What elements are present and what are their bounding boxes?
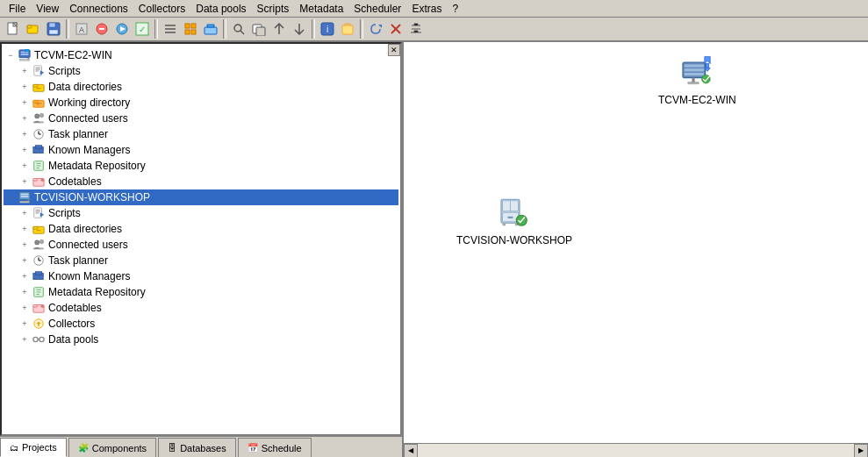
- scroll-track[interactable]: [418, 444, 854, 458]
- expand-tcvm-workdir[interactable]: +: [18, 96, 32, 110]
- toolbar-btn-12[interactable]: [249, 19, 269, 39]
- tree-node-ws-datapools[interactable]: + Data pools: [4, 332, 398, 347]
- expand-tcvm-datadirs[interactable]: +: [18, 80, 32, 94]
- codetables-icon-1: [32, 175, 46, 189]
- expand-tcvm-codetables[interactable]: +: [18, 175, 32, 189]
- tree-node-ws-metadata[interactable]: + Metadata Repository: [4, 284, 398, 300]
- svg-rect-99: [685, 64, 704, 67]
- menu-extras[interactable]: Extras: [406, 2, 447, 16]
- toolbar-btn-15[interactable]: i: [318, 19, 337, 39]
- svg-text:✓: ✓: [139, 25, 146, 34]
- tcvm-metadata-label: Metadata Repository: [48, 160, 146, 172]
- ws-scripts-label: Scripts: [48, 207, 81, 219]
- server-workshop-icon-container[interactable]: TCVISION-WORKSHOP: [456, 196, 572, 246]
- toolbar-save[interactable]: [44, 19, 63, 39]
- tree-node-tcvm-datadirs[interactable]: + Data directories: [4, 79, 398, 95]
- menu-datapools[interactable]: Data pools: [190, 2, 251, 16]
- expand-ws-datadirs[interactable]: +: [18, 222, 32, 236]
- tcvm-taskplanner-label: Task planner: [48, 128, 108, 140]
- tree-node-tcvm-taskplanner[interactable]: + Task planner: [4, 126, 398, 142]
- toolbar-btn-5[interactable]: [92, 19, 111, 39]
- menu-collectors[interactable]: Collectors: [133, 2, 190, 16]
- tree-node-tcvm-metadata[interactable]: + Metadata Repository: [4, 158, 398, 174]
- expand-ws-knownmgr[interactable]: +: [18, 269, 32, 283]
- toolbar-btn-8[interactable]: [161, 19, 180, 39]
- tree-view[interactable]: − TCVM-EC2-WIN: [0, 42, 402, 436]
- toolbar-settings[interactable]: [406, 19, 426, 39]
- expand-tcvm-metadata[interactable]: +: [18, 159, 32, 173]
- svg-line-23: [240, 31, 244, 34]
- toolbar-new[interactable]: [4, 19, 23, 39]
- users-icon-1: [32, 111, 46, 125]
- expand-workshop[interactable]: −: [4, 190, 18, 204]
- expand-tcvm-connusers[interactable]: +: [18, 111, 32, 125]
- tree-node-workshop[interactable]: − TCVISION-WORKSHOP: [4, 189, 398, 205]
- toolbar-btn-11[interactable]: [229, 19, 248, 39]
- ws-taskplanner-label: Task planner: [48, 254, 108, 267]
- toolbar: A ✓ i: [0, 18, 868, 42]
- tree-node-ws-codetables[interactable]: + Codetables: [4, 300, 398, 316]
- svg-text:A: A: [79, 25, 84, 34]
- svg-rect-7: [49, 30, 58, 34]
- expand-ws-codetables[interactable]: +: [18, 301, 32, 315]
- expand-tcvm-knownmgr[interactable]: +: [18, 143, 32, 157]
- svg-rect-105: [707, 64, 709, 68]
- tree-node-tcvm-workdir[interactable]: + Working directory: [4, 95, 398, 111]
- toolbar-btn-4[interactable]: A: [72, 19, 91, 39]
- menu-metadata[interactable]: Metadata: [294, 2, 348, 16]
- tab-components[interactable]: 🧩 Components: [68, 438, 156, 457]
- toolbar-btn-9[interactable]: [181, 19, 200, 39]
- expand-ws-scripts[interactable]: +: [18, 206, 32, 220]
- tree-node-ws-scripts[interactable]: + Scripts: [4, 205, 398, 221]
- tab-databases-label: Databases: [180, 443, 226, 453]
- tree-node-ws-collectors[interactable]: + Collectors: [4, 316, 398, 332]
- tree-node-tcvm-scripts[interactable]: + Scripts: [4, 63, 398, 79]
- metadata-icon-2: [32, 285, 46, 299]
- toolbar-btn-6[interactable]: [112, 19, 132, 39]
- menu-scheduler[interactable]: Scheduler: [348, 2, 406, 16]
- toolbar-open[interactable]: [24, 19, 43, 39]
- svg-text:i: i: [326, 25, 328, 34]
- toolbar-btn-10[interactable]: [201, 19, 220, 39]
- menu-scripts[interactable]: Scripts: [252, 2, 295, 16]
- expand-tcvm-scripts[interactable]: +: [18, 64, 32, 78]
- toolbar-btn-13[interactable]: [269, 19, 289, 39]
- tab-databases[interactable]: 🗄 Databases: [158, 438, 236, 457]
- tree-node-tcvm-knownmgr[interactable]: + Known Managers: [4, 142, 398, 158]
- tree-node-ws-taskplanner[interactable]: + Task planner: [4, 253, 398, 268]
- toolbar-btn-14[interactable]: [290, 19, 309, 39]
- menu-file[interactable]: File: [4, 2, 31, 16]
- toolbar-btn-18[interactable]: [386, 19, 405, 39]
- menu-connections[interactable]: Connections: [64, 2, 133, 16]
- tree-node-ws-datadirs[interactable]: + Data directories: [4, 221, 398, 237]
- menu-help[interactable]: ?: [447, 2, 463, 16]
- expand-ws-taskplanner[interactable]: +: [18, 253, 32, 268]
- menu-view[interactable]: View: [31, 2, 64, 16]
- toolbar-btn-16[interactable]: [338, 19, 357, 39]
- toolbar-btn-7[interactable]: ✓: [133, 19, 152, 39]
- toolbar-btn-17[interactable]: [366, 19, 385, 39]
- tree-node-tcvm-codetables[interactable]: + Codetables: [4, 174, 398, 189]
- expand-ws-collectors[interactable]: +: [18, 317, 32, 331]
- svg-rect-20: [204, 27, 217, 34]
- server-tcvm-icon-container[interactable]: TCVM-EC2-WIN: [658, 55, 736, 106]
- tree-node-ws-connusers[interactable]: + Connected users: [4, 237, 398, 253]
- expand-ws-connusers[interactable]: +: [18, 238, 32, 252]
- tree-node-ws-knownmgr[interactable]: + Known Managers: [4, 268, 398, 284]
- tcvm-scripts-label: Scripts: [48, 65, 81, 77]
- tree-node-tcvm-connusers[interactable]: + Connected users: [4, 111, 398, 126]
- scroll-left-button[interactable]: ◀: [404, 444, 418, 458]
- tab-projects[interactable]: 🗂 Projects: [0, 438, 67, 457]
- expand-tcvm-taskplanner[interactable]: +: [18, 127, 32, 141]
- panel-close-button[interactable]: ✕: [388, 44, 400, 56]
- expand-ws-datapools[interactable]: +: [18, 332, 32, 346]
- expand-ws-metadata[interactable]: +: [18, 285, 32, 299]
- svg-point-65: [41, 179, 45, 182]
- tab-schedule[interactable]: 📅 Schedule: [238, 438, 312, 457]
- scroll-right-button[interactable]: ▶: [854, 444, 868, 458]
- svg-rect-16: [185, 24, 190, 28]
- right-panel: TCVM-EC2-WIN: [404, 42, 868, 457]
- expand-tcvm[interactable]: −: [4, 48, 18, 62]
- tree-node-tcvm[interactable]: − TCVM-EC2-WIN: [4, 47, 398, 63]
- metadata-icon-1: [32, 159, 46, 173]
